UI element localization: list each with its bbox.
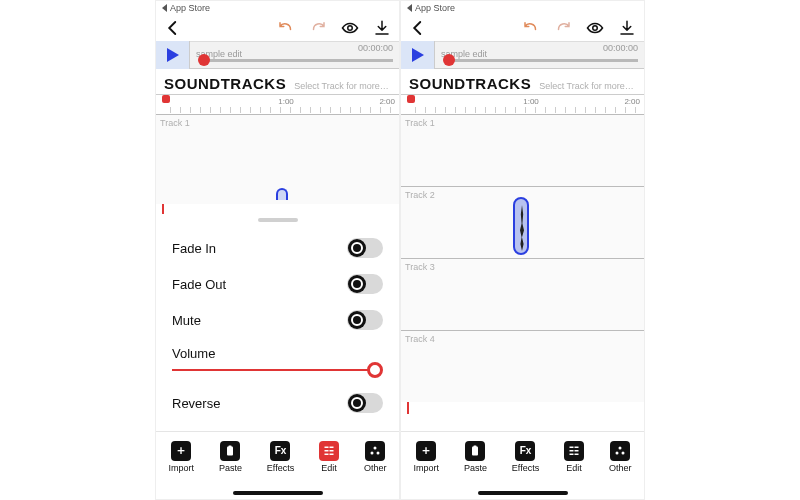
tab-label: Import xyxy=(413,463,439,473)
preview-eye-icon[interactable] xyxy=(586,19,604,37)
bottom-tab-bar: ＋Import Paste FxEffects Edit Other xyxy=(156,431,399,481)
top-toolbar xyxy=(156,15,399,41)
svg-point-21 xyxy=(619,446,622,449)
undo-icon[interactable] xyxy=(522,19,540,37)
tab-label: Other xyxy=(364,463,387,473)
download-icon[interactable] xyxy=(373,19,391,37)
section-subtitle: Select Track for more op... xyxy=(539,81,636,91)
tab-label: Import xyxy=(168,463,194,473)
tab-other[interactable]: Other xyxy=(364,441,387,473)
phone-left: App Store sample edit 00:00:00 SOUNDTRAC… xyxy=(155,0,400,500)
download-icon[interactable] xyxy=(618,19,636,37)
back-icon[interactable] xyxy=(409,19,427,37)
tab-paste[interactable]: Paste xyxy=(464,441,487,473)
bottom-tab-bar: ＋Import Paste FxEffects Edit Other xyxy=(401,431,644,481)
track-4[interactable]: Track 4 xyxy=(401,330,644,402)
clip-duration: 00:00:00 xyxy=(603,43,638,53)
scrub-knob[interactable] xyxy=(443,54,455,66)
play-icon xyxy=(412,48,424,62)
tab-import[interactable]: ＋Import xyxy=(413,441,439,473)
tab-edit[interactable]: Edit xyxy=(564,441,584,473)
svg-point-10 xyxy=(371,451,374,454)
timeline-ruler[interactable]: 1:00 2:00 xyxy=(401,94,644,114)
status-back-label[interactable]: App Store xyxy=(170,1,210,15)
play-button[interactable] xyxy=(156,41,190,69)
edit-options-sheet: Fade In Fade Out Mute Volume Reverse xyxy=(156,226,399,421)
tracks-area: Track 1 xyxy=(156,114,399,214)
svg-point-11 xyxy=(377,451,380,454)
track-1[interactable]: Track 1 xyxy=(401,114,644,186)
scrub-line xyxy=(200,59,393,62)
track-label: Track 4 xyxy=(405,334,435,344)
option-label: Reverse xyxy=(172,396,220,411)
redo-icon[interactable] xyxy=(554,19,572,37)
preview-eye-icon[interactable] xyxy=(341,19,359,37)
option-fade-in: Fade In xyxy=(172,230,383,266)
tracks-area: Track 1 Track 2 Track 3 Track 4 xyxy=(401,114,644,414)
svg-rect-16 xyxy=(575,446,579,448)
tab-label: Effects xyxy=(512,463,539,473)
play-row: sample edit 00:00:00 xyxy=(401,41,644,69)
back-icon[interactable] xyxy=(164,19,182,37)
playhead-handle-icon[interactable] xyxy=(407,95,415,103)
volume-slider[interactable] xyxy=(172,365,383,375)
svg-rect-8 xyxy=(330,453,334,455)
tab-effects[interactable]: FxEffects xyxy=(267,441,294,473)
toggle-fade-out[interactable] xyxy=(347,274,383,294)
tab-other[interactable]: Other xyxy=(609,441,632,473)
audio-clip[interactable] xyxy=(276,188,288,200)
tab-label: Edit xyxy=(566,463,582,473)
back-triangle-icon xyxy=(162,4,167,12)
ruler-tick-end: 2:00 xyxy=(355,97,395,106)
toggle-mute[interactable] xyxy=(347,310,383,330)
tab-label: Other xyxy=(609,463,632,473)
section-title: SOUNDTRACKS xyxy=(409,75,531,92)
toggle-fade-in[interactable] xyxy=(347,238,383,258)
play-scrubber[interactable]: sample edit 00:00:00 xyxy=(190,41,399,69)
tab-effects[interactable]: FxEffects xyxy=(512,441,539,473)
play-scrubber[interactable]: sample edit 00:00:00 xyxy=(435,41,644,69)
svg-point-9 xyxy=(374,446,377,449)
tab-label: Paste xyxy=(464,463,487,473)
svg-rect-15 xyxy=(570,446,574,448)
status-bar: App Store xyxy=(401,1,644,15)
svg-rect-18 xyxy=(575,450,579,452)
scrub-knob[interactable] xyxy=(198,54,210,66)
play-button[interactable] xyxy=(401,41,435,69)
svg-point-23 xyxy=(622,451,625,454)
waveform-icon xyxy=(520,205,524,251)
tab-import[interactable]: ＋Import xyxy=(168,441,194,473)
option-mute: Mute xyxy=(172,302,383,338)
option-label: Mute xyxy=(172,313,201,328)
svg-point-0 xyxy=(348,26,353,31)
option-label: Volume xyxy=(172,346,215,361)
phone-right: App Store sample edit 00:00:00 SOUNDTRAC… xyxy=(400,0,645,500)
toggle-reverse[interactable] xyxy=(347,393,383,413)
timeline-ruler[interactable]: 1:00 2:00 xyxy=(156,94,399,114)
scrub-line xyxy=(445,59,638,62)
svg-rect-1 xyxy=(227,446,233,455)
playhead-handle-icon[interactable] xyxy=(162,95,170,103)
track-2[interactable]: Track 2 xyxy=(401,186,644,258)
svg-rect-19 xyxy=(570,453,574,455)
status-back-label[interactable]: App Store xyxy=(415,1,455,15)
ruler-tick-mid: 1:00 xyxy=(511,97,551,106)
audio-clip[interactable] xyxy=(513,197,529,255)
status-bar: App Store xyxy=(156,1,399,15)
section-header: SOUNDTRACKS Select Track for more op... xyxy=(156,69,399,94)
track-3[interactable]: Track 3 xyxy=(401,258,644,330)
sheet-grabber-icon[interactable] xyxy=(258,218,298,222)
svg-rect-7 xyxy=(325,453,329,455)
undo-icon[interactable] xyxy=(277,19,295,37)
svg-rect-2 xyxy=(229,445,232,447)
track-label: Track 3 xyxy=(405,262,435,272)
svg-rect-5 xyxy=(325,450,329,452)
slider-knob[interactable] xyxy=(367,362,383,378)
tab-edit[interactable]: Edit xyxy=(319,441,339,473)
tab-paste[interactable]: Paste xyxy=(219,441,242,473)
svg-rect-14 xyxy=(474,445,477,447)
back-triangle-icon xyxy=(407,4,412,12)
redo-icon[interactable] xyxy=(309,19,327,37)
svg-point-22 xyxy=(616,451,619,454)
svg-rect-17 xyxy=(570,450,574,452)
